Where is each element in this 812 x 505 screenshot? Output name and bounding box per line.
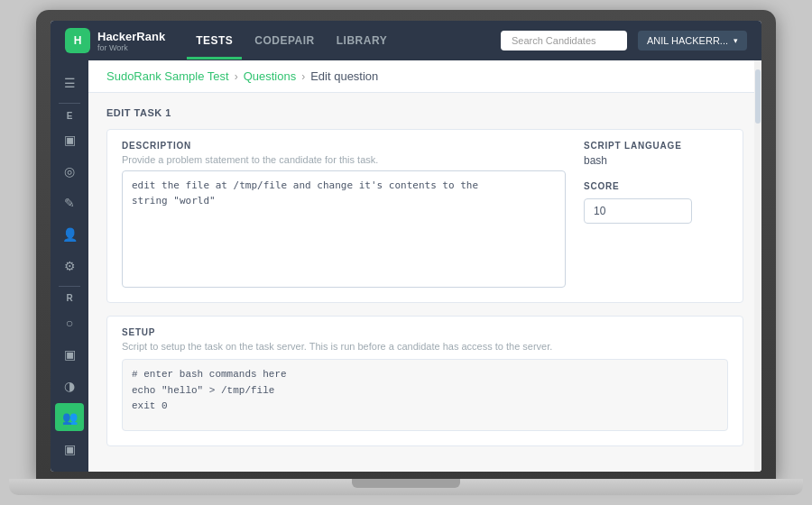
main-area: ☰ E ▣ ◎ ✎ 👤 ⚙ R ○ ▣ ◑ 👥 ▣ xyxy=(51,60,761,472)
sidebar-circle-icon[interactable]: ◎ xyxy=(55,158,84,186)
breadcrumb: SudoRank Sample Test › Questions › Edit … xyxy=(88,60,761,93)
score-input[interactable] xyxy=(584,198,692,224)
sidebar-gear-icon[interactable]: ⚙ xyxy=(55,252,84,280)
sidebar-grid-icon[interactable]: ▣ xyxy=(55,126,84,154)
description-label: DESCRIPTION xyxy=(122,141,566,151)
laptop-shell: H HackerRank for Work TESTS CODEPAIR LIB… xyxy=(36,10,776,479)
description-textarea[interactable]: edit the file at /tmp/file and change it… xyxy=(122,170,566,288)
brand: H HackerRank for Work xyxy=(65,28,165,53)
form-row: DESCRIPTION Provide a problem statement … xyxy=(122,141,728,291)
breadcrumb-sep2: › xyxy=(301,70,305,83)
sidebar: ☰ E ▣ ◎ ✎ 👤 ⚙ R ○ ▣ ◑ 👥 ▣ xyxy=(51,60,88,472)
brand-icon: H xyxy=(65,28,90,53)
sidebar-separator2 xyxy=(59,286,80,287)
top-navbar: H HackerRank for Work TESTS CODEPAIR LIB… xyxy=(51,21,761,60)
nav-tests[interactable]: TESTS xyxy=(187,31,242,50)
nav-links: TESTS CODEPAIR LIBRARY xyxy=(187,31,501,50)
sidebar-edit-icon[interactable]: ✎ xyxy=(55,189,84,217)
sidebar-letter-r: R xyxy=(66,293,72,303)
sidebar-separator xyxy=(59,103,80,104)
sidebar-user-icon[interactable]: 👤 xyxy=(55,221,84,249)
description-section: DESCRIPTION Provide a problem statement … xyxy=(106,129,743,303)
form-content: EDIT TASK 1 DESCRIPTION Provide a proble… xyxy=(88,93,761,461)
scrollbar-thumb[interactable] xyxy=(755,69,761,124)
form-right: SCRIPT LANGUAGE bash SCORE xyxy=(584,141,728,291)
sidebar-grid2-icon[interactable]: ▣ xyxy=(55,340,84,368)
breadcrumb-current: Edit question xyxy=(310,69,378,83)
setup-hint: Script to setup the task on the task ser… xyxy=(122,341,728,352)
sidebar-half-icon[interactable]: ◑ xyxy=(55,372,84,399)
brand-sub: for Work xyxy=(97,43,165,52)
breadcrumb-questions[interactable]: Questions xyxy=(244,69,297,83)
description-hint: Provide a problem statement to the candi… xyxy=(122,154,566,165)
script-lang-label: SCRIPT LANGUAGE xyxy=(584,141,728,151)
setup-section: SETUP Script to setup the task on the ta… xyxy=(106,316,743,446)
chevron-down-icon: ▾ xyxy=(734,36,738,45)
breadcrumb-sep1: › xyxy=(235,70,238,83)
search-candidates[interactable]: Search Candidates xyxy=(501,31,627,50)
score-label: SCORE xyxy=(584,181,728,191)
laptop-screen: H HackerRank for Work TESTS CODEPAIR LIB… xyxy=(51,21,761,472)
sidebar-letter-e: E xyxy=(67,111,73,121)
sidebar-users-icon[interactable]: 👥 xyxy=(55,403,84,431)
scrollbar-track[interactable] xyxy=(754,60,761,472)
nav-codepair[interactable]: CODEPAIR xyxy=(245,31,323,50)
form-left: DESCRIPTION Provide a problem statement … xyxy=(122,141,566,291)
sidebar-grid3-icon[interactable]: ▣ xyxy=(55,435,84,463)
sidebar-ring-icon[interactable]: ○ xyxy=(55,308,84,336)
breadcrumb-test[interactable]: SudoRank Sample Test xyxy=(106,69,229,83)
user-menu[interactable]: ANIL HACKERR... ▾ xyxy=(638,31,747,50)
setup-code-textarea[interactable]: # enter bash commands here echo "hello" … xyxy=(122,359,728,431)
laptop-base xyxy=(9,479,803,495)
script-lang-value: bash xyxy=(584,154,728,167)
task-title: EDIT TASK 1 xyxy=(106,107,743,118)
menu-icon[interactable]: ☰ xyxy=(55,69,84,97)
content-area: SudoRank Sample Test › Questions › Edit … xyxy=(88,60,761,472)
nav-library[interactable]: LIBRARY xyxy=(328,31,396,50)
brand-name: HackerRank xyxy=(97,30,165,43)
setup-label: SETUP xyxy=(122,327,728,337)
